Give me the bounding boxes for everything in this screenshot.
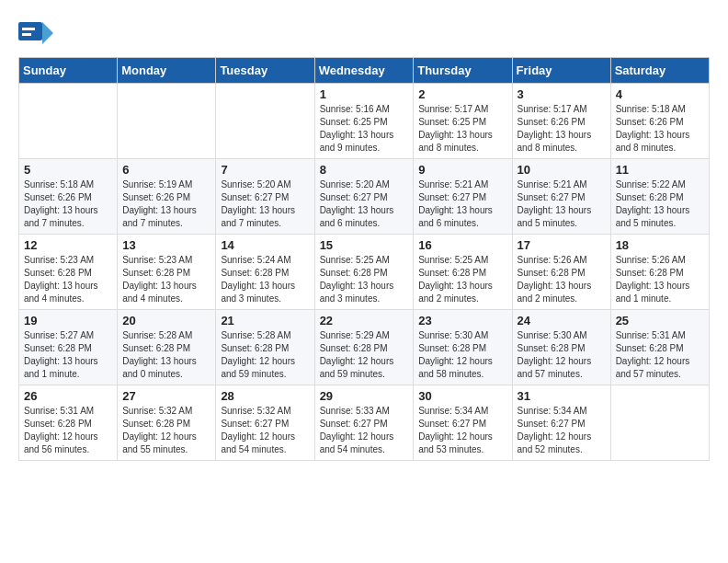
calendar-cell: 21Sunrise: 5:28 AMSunset: 6:28 PMDayligh… xyxy=(216,310,314,385)
day-info: Sunrise: 5:21 AMSunset: 6:27 PMDaylight:… xyxy=(518,178,606,230)
day-info: Sunrise: 5:18 AMSunset: 6:26 PMDaylight:… xyxy=(616,103,704,155)
calendar-cell xyxy=(610,385,709,461)
day-number: 16 xyxy=(418,238,506,252)
day-number: 6 xyxy=(122,163,210,177)
calendar-cell: 25Sunrise: 5:31 AMSunset: 6:28 PMDayligh… xyxy=(610,310,709,385)
day-number: 25 xyxy=(616,314,704,327)
calendar-table: SundayMondayTuesdayWednesdayThursdayFrid… xyxy=(18,57,710,461)
day-number: 28 xyxy=(221,389,309,403)
calendar-cell: 5Sunrise: 5:18 AMSunset: 6:26 PMDaylight… xyxy=(19,159,118,235)
weekday-header-thursday: Thursday xyxy=(414,58,512,84)
day-number: 7 xyxy=(221,163,309,177)
day-number: 4 xyxy=(616,87,704,101)
calendar-cell: 19Sunrise: 5:27 AMSunset: 6:28 PMDayligh… xyxy=(19,310,118,385)
calendar-cell: 26Sunrise: 5:31 AMSunset: 6:28 PMDayligh… xyxy=(19,385,118,461)
calendar-cell: 3Sunrise: 5:17 AMSunset: 6:26 PMDaylight… xyxy=(512,84,610,159)
day-info: Sunrise: 5:23 AMSunset: 6:28 PMDaylight:… xyxy=(122,254,210,305)
day-number: 24 xyxy=(518,314,606,327)
svg-marker-1 xyxy=(42,22,53,44)
calendar-cell: 11Sunrise: 5:22 AMSunset: 6:28 PMDayligh… xyxy=(610,159,709,235)
day-number: 26 xyxy=(24,389,112,403)
day-info: Sunrise: 5:23 AMSunset: 6:28 PMDaylight:… xyxy=(24,254,112,305)
day-number: 19 xyxy=(24,314,112,327)
day-number: 12 xyxy=(24,238,112,252)
day-number: 27 xyxy=(122,389,210,403)
page-header xyxy=(18,18,710,48)
day-info: Sunrise: 5:26 AMSunset: 6:28 PMDaylight:… xyxy=(518,254,606,305)
day-info: Sunrise: 5:16 AMSunset: 6:25 PMDaylight:… xyxy=(320,103,409,155)
day-number: 15 xyxy=(320,238,409,252)
logo-icon xyxy=(18,18,53,48)
day-number: 2 xyxy=(418,87,506,101)
day-info: Sunrise: 5:32 AMSunset: 6:27 PMDaylight:… xyxy=(221,405,309,456)
calendar-week-3: 12Sunrise: 5:23 AMSunset: 6:28 PMDayligh… xyxy=(19,235,710,310)
day-info: Sunrise: 5:26 AMSunset: 6:28 PMDaylight:… xyxy=(616,254,704,305)
day-number: 5 xyxy=(24,163,112,177)
day-number: 9 xyxy=(418,163,506,177)
day-number: 21 xyxy=(221,314,309,327)
calendar-cell xyxy=(216,84,314,159)
day-info: Sunrise: 5:28 AMSunset: 6:28 PMDaylight:… xyxy=(221,329,309,381)
weekday-header-monday: Monday xyxy=(118,58,216,84)
day-info: Sunrise: 5:25 AMSunset: 6:28 PMDaylight:… xyxy=(320,254,409,305)
day-info: Sunrise: 5:28 AMSunset: 6:28 PMDaylight:… xyxy=(122,329,210,381)
calendar-cell: 28Sunrise: 5:32 AMSunset: 6:27 PMDayligh… xyxy=(216,385,314,461)
svg-rect-0 xyxy=(18,22,42,40)
day-number: 13 xyxy=(122,238,210,252)
calendar-week-5: 26Sunrise: 5:31 AMSunset: 6:28 PMDayligh… xyxy=(19,385,710,461)
calendar-cell: 15Sunrise: 5:25 AMSunset: 6:28 PMDayligh… xyxy=(314,235,414,310)
day-info: Sunrise: 5:21 AMSunset: 6:27 PMDaylight:… xyxy=(418,178,506,230)
day-info: Sunrise: 5:20 AMSunset: 6:27 PMDaylight:… xyxy=(320,178,409,230)
day-info: Sunrise: 5:20 AMSunset: 6:27 PMDaylight:… xyxy=(221,178,309,230)
calendar-header-row: SundayMondayTuesdayWednesdayThursdayFrid… xyxy=(19,58,710,84)
calendar-cell: 23Sunrise: 5:30 AMSunset: 6:28 PMDayligh… xyxy=(414,310,512,385)
day-info: Sunrise: 5:34 AMSunset: 6:27 PMDaylight:… xyxy=(418,405,506,456)
weekday-header-tuesday: Tuesday xyxy=(216,58,314,84)
calendar-cell: 17Sunrise: 5:26 AMSunset: 6:28 PMDayligh… xyxy=(512,235,610,310)
day-number: 10 xyxy=(518,163,606,177)
svg-rect-3 xyxy=(22,33,31,36)
day-info: Sunrise: 5:17 AMSunset: 6:25 PMDaylight:… xyxy=(418,103,506,155)
day-number: 11 xyxy=(616,163,704,177)
day-number: 3 xyxy=(518,87,606,101)
calendar-cell: 29Sunrise: 5:33 AMSunset: 6:27 PMDayligh… xyxy=(314,385,414,461)
day-info: Sunrise: 5:24 AMSunset: 6:28 PMDaylight:… xyxy=(221,254,309,305)
day-number: 20 xyxy=(122,314,210,327)
calendar-cell: 8Sunrise: 5:20 AMSunset: 6:27 PMDaylight… xyxy=(314,159,414,235)
calendar-cell: 12Sunrise: 5:23 AMSunset: 6:28 PMDayligh… xyxy=(19,235,118,310)
weekday-header-wednesday: Wednesday xyxy=(314,58,414,84)
day-number: 31 xyxy=(518,389,606,403)
svg-rect-2 xyxy=(22,28,35,30)
day-number: 14 xyxy=(221,238,309,252)
day-number: 1 xyxy=(320,87,409,101)
day-info: Sunrise: 5:34 AMSunset: 6:27 PMDaylight:… xyxy=(518,405,606,456)
calendar-cell: 16Sunrise: 5:25 AMSunset: 6:28 PMDayligh… xyxy=(414,235,512,310)
calendar-cell: 20Sunrise: 5:28 AMSunset: 6:28 PMDayligh… xyxy=(118,310,216,385)
day-number: 30 xyxy=(418,389,506,403)
weekday-header-saturday: Saturday xyxy=(610,58,709,84)
day-info: Sunrise: 5:25 AMSunset: 6:28 PMDaylight:… xyxy=(418,254,506,305)
calendar-cell: 14Sunrise: 5:24 AMSunset: 6:28 PMDayligh… xyxy=(216,235,314,310)
day-info: Sunrise: 5:22 AMSunset: 6:28 PMDaylight:… xyxy=(616,178,704,230)
day-info: Sunrise: 5:27 AMSunset: 6:28 PMDaylight:… xyxy=(24,329,112,381)
day-number: 29 xyxy=(320,389,409,403)
day-number: 22 xyxy=(320,314,409,327)
day-info: Sunrise: 5:18 AMSunset: 6:26 PMDaylight:… xyxy=(24,178,112,230)
calendar-cell xyxy=(118,84,216,159)
calendar-cell: 2Sunrise: 5:17 AMSunset: 6:25 PMDaylight… xyxy=(414,84,512,159)
calendar-cell: 24Sunrise: 5:30 AMSunset: 6:28 PMDayligh… xyxy=(512,310,610,385)
day-info: Sunrise: 5:30 AMSunset: 6:28 PMDaylight:… xyxy=(418,329,506,381)
calendar-cell: 7Sunrise: 5:20 AMSunset: 6:27 PMDaylight… xyxy=(216,159,314,235)
day-info: Sunrise: 5:33 AMSunset: 6:27 PMDaylight:… xyxy=(320,405,409,456)
day-number: 18 xyxy=(616,238,704,252)
logo xyxy=(18,18,57,48)
day-info: Sunrise: 5:31 AMSunset: 6:28 PMDaylight:… xyxy=(24,405,112,456)
calendar-cell: 4Sunrise: 5:18 AMSunset: 6:26 PMDaylight… xyxy=(610,84,709,159)
calendar-cell: 30Sunrise: 5:34 AMSunset: 6:27 PMDayligh… xyxy=(414,385,512,461)
day-info: Sunrise: 5:32 AMSunset: 6:28 PMDaylight:… xyxy=(122,405,210,456)
calendar-cell: 10Sunrise: 5:21 AMSunset: 6:27 PMDayligh… xyxy=(512,159,610,235)
day-info: Sunrise: 5:31 AMSunset: 6:28 PMDaylight:… xyxy=(616,329,704,381)
weekday-header-sunday: Sunday xyxy=(19,58,118,84)
calendar-cell: 1Sunrise: 5:16 AMSunset: 6:25 PMDaylight… xyxy=(314,84,414,159)
calendar-cell: 18Sunrise: 5:26 AMSunset: 6:28 PMDayligh… xyxy=(610,235,709,310)
